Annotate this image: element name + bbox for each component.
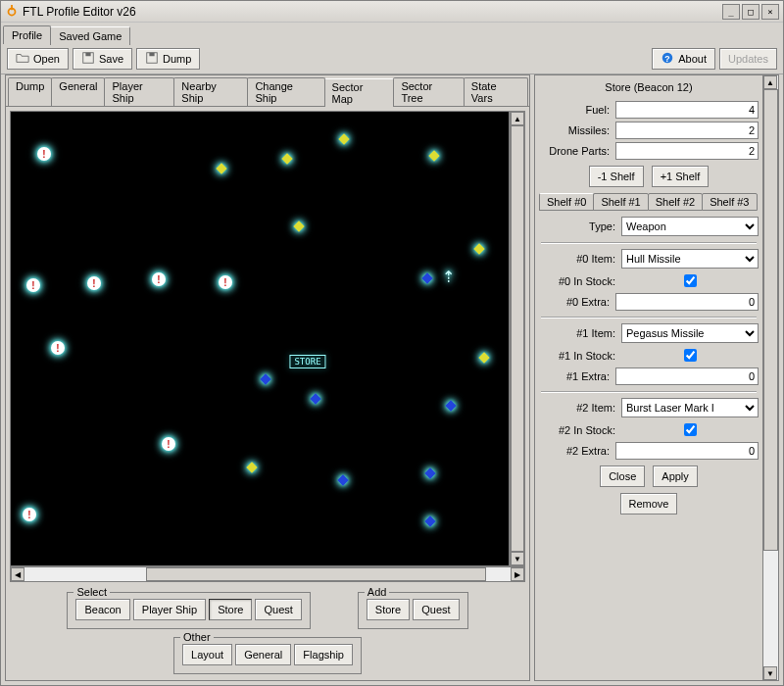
beacon-point[interactable]: [283, 155, 295, 167]
player-ship-marker[interactable]: ⇡: [442, 268, 455, 286]
svg-rect-0: [11, 5, 13, 10]
fuel-label: Fuel:: [539, 104, 610, 116]
store-marker[interactable]: STORE: [289, 355, 325, 368]
fuel-field[interactable]: [615, 101, 759, 119]
beacon-point[interactable]: [426, 517, 438, 529]
apply-store-button[interactable]: Apply: [653, 466, 698, 487]
add-store-button[interactable]: Store: [367, 599, 410, 620]
subtab-general[interactable]: General: [51, 77, 105, 106]
beacon-point[interactable]: [218, 165, 229, 176]
side-panel-scrollbar[interactable]: ▲ ▼: [762, 75, 778, 680]
map-vertical-scrollbar[interactable]: ▲ ▼: [510, 111, 525, 566]
minus-shelf-button[interactable]: -1 Shelf: [589, 166, 644, 187]
beacon-point[interactable]: [262, 375, 273, 387]
beacon-point[interactable]: [426, 469, 438, 481]
select-group: Select Beacon Player Ship Store Quest: [67, 592, 310, 629]
title-bar: FTL Profile Editor v26 _ □ ×: [1, 1, 783, 23]
sector-map-canvas[interactable]: ! ! ! ! ! ! ! !: [10, 111, 510, 566]
subtab-sector-map[interactable]: Sector Map: [324, 78, 395, 107]
beacon-point[interactable]: [248, 464, 260, 475]
beacon-point[interactable]: [447, 402, 459, 414]
plus-shelf-button[interactable]: +1 Shelf: [652, 166, 710, 187]
hazard-beacon[interactable]: !: [87, 276, 99, 288]
shelf-tab-1[interactable]: Shelf #1: [593, 193, 648, 211]
item2-select[interactable]: Burst Laser Mark I: [621, 398, 759, 417]
other-flagship-button[interactable]: Flagship: [294, 644, 353, 665]
item2-stock-checkbox[interactable]: [684, 423, 697, 436]
item1-select[interactable]: Pegasus Missile: [621, 323, 759, 343]
add-group: Add Store Quest: [358, 592, 468, 629]
svg-rect-4: [149, 53, 154, 57]
scroll-right-icon[interactable]: ▶: [511, 567, 524, 581]
shelf-tab-2[interactable]: Shelf #2: [648, 193, 703, 211]
scroll-left-icon[interactable]: ◀: [11, 567, 24, 581]
other-layout-button[interactable]: Layout: [182, 644, 232, 665]
other-general-button[interactable]: General: [235, 644, 291, 665]
select-player-ship-button[interactable]: Player Ship: [133, 599, 206, 620]
beacon-point[interactable]: [480, 354, 492, 366]
scroll-up-icon[interactable]: ▲: [763, 75, 777, 89]
subtab-nearby-ship[interactable]: Nearby Ship: [173, 77, 248, 106]
maximize-button[interactable]: □: [742, 4, 760, 20]
dump-toolbar-button[interactable]: Dump: [136, 48, 200, 70]
tab-saved-game[interactable]: Saved Game: [50, 26, 130, 45]
beacon-point[interactable]: [423, 274, 435, 286]
hazard-beacon[interactable]: !: [219, 275, 230, 287]
select-quest-button[interactable]: Quest: [255, 599, 301, 620]
item0-stock-checkbox[interactable]: [684, 274, 697, 287]
type-label: Type:: [539, 220, 615, 232]
item2-extra-label: #2 Extra:: [539, 445, 610, 457]
open-folder-icon: [16, 51, 29, 67]
beacon-point[interactable]: [475, 245, 487, 257]
type-select[interactable]: Weapon: [621, 217, 759, 236]
updates-button[interactable]: Updates: [719, 48, 777, 70]
item1-stock-checkbox[interactable]: [684, 349, 697, 362]
item1-extra-label: #1 Extra:: [539, 370, 610, 382]
beacon-point[interactable]: [312, 395, 323, 407]
hazard-beacon[interactable]: !: [51, 341, 63, 353]
select-beacon-button[interactable]: Beacon: [75, 599, 129, 620]
subtab-player-ship[interactable]: Player Ship: [104, 77, 174, 106]
hazard-beacon[interactable]: !: [152, 272, 164, 284]
scroll-down-icon[interactable]: ▼: [511, 552, 524, 565]
subtab-change-ship[interactable]: Change Ship: [247, 77, 324, 106]
hazard-beacon[interactable]: !: [37, 147, 49, 159]
top-tabstrip: Profile Saved Game: [1, 23, 783, 44]
scroll-up-icon[interactable]: ▲: [511, 112, 524, 125]
scroll-down-icon[interactable]: ▼: [763, 666, 777, 680]
save-button[interactable]: Save: [73, 48, 132, 70]
item0-stock-label: #0 In Stock:: [539, 275, 615, 287]
shelf-tab-3[interactable]: Shelf #3: [702, 193, 757, 211]
close-window-button[interactable]: ×: [761, 4, 779, 20]
subtab-state-vars[interactable]: State Vars: [464, 77, 528, 106]
item0-extra-field[interactable]: [615, 293, 759, 311]
item2-extra-field[interactable]: [615, 442, 759, 460]
missiles-label: Missiles:: [539, 124, 610, 136]
add-quest-button[interactable]: Quest: [413, 599, 459, 620]
tab-profile[interactable]: Profile: [3, 25, 51, 44]
beacon-point[interactable]: [340, 135, 352, 147]
close-store-button[interactable]: Close: [600, 466, 645, 487]
item2-label: #2 Item:: [539, 402, 615, 414]
hazard-beacon[interactable]: !: [23, 508, 34, 519]
hazard-beacon[interactable]: !: [162, 437, 173, 449]
hazard-beacon[interactable]: !: [26, 278, 38, 290]
item0-select[interactable]: Hull Missile: [621, 249, 759, 269]
about-button[interactable]: ? About: [652, 48, 715, 70]
beacon-point[interactable]: [295, 222, 307, 234]
floppy-icon: [81, 51, 95, 67]
subtab-dump[interactable]: Dump: [8, 77, 52, 106]
missiles-field[interactable]: [615, 122, 759, 139]
beacon-point[interactable]: [430, 152, 442, 164]
subtab-sector-tree[interactable]: Sector Tree: [393, 77, 464, 106]
select-store-button[interactable]: Store: [209, 599, 252, 620]
open-button[interactable]: Open: [7, 48, 69, 70]
shelf-tab-0[interactable]: Shelf #0: [539, 193, 594, 211]
map-horizontal-scrollbar[interactable]: ◀ ▶: [10, 566, 525, 582]
drone-parts-field[interactable]: [615, 142, 759, 160]
remove-store-button[interactable]: Remove: [620, 493, 678, 514]
minimize-button[interactable]: _: [722, 4, 740, 20]
beacon-point[interactable]: [339, 476, 351, 488]
main-panel: Dump General Player Ship Nearby Ship Cha…: [5, 74, 530, 681]
item1-extra-field[interactable]: [615, 368, 759, 385]
